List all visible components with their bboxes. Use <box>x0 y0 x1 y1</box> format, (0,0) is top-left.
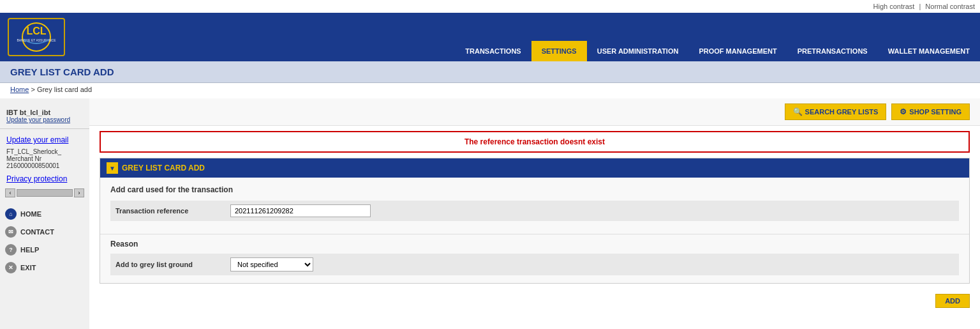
sidebar-privacy[interactable]: Privacy protection <box>6 174 67 183</box>
home-icon: ⌂ <box>5 208 17 220</box>
transaction-reference-label: Transaction reference <box>115 207 230 215</box>
sidebar-scroll: ‹ › <box>5 188 84 197</box>
merchant-nr-label: Merchant Nr <box>6 155 83 162</box>
exit-icon: ✕ <box>5 262 17 273</box>
breadcrumb-current: Grey list card add <box>37 86 92 93</box>
normal-contrast-link[interactable]: Normal contrast <box>925 3 975 10</box>
breadcrumb-home[interactable]: Home <box>10 86 29 93</box>
tab-transactions[interactable]: TRANSACTIONS <box>455 41 531 61</box>
contact-icon: ✉ <box>5 226 17 238</box>
tab-settings[interactable]: SETTINGS <box>531 41 587 61</box>
form-body: Add card used for the transaction Transa… <box>100 178 969 234</box>
high-contrast-link[interactable]: High contrast <box>873 3 915 10</box>
shop-setting-label: SHOP SETTING <box>909 108 961 116</box>
form-section: ▼ GREY LIST CARD ADD Add card used for t… <box>100 158 970 284</box>
help-icon: ? <box>5 244 17 256</box>
svg-text:LCL: LCL <box>26 26 46 36</box>
sidebar-username: IBT bt_lcl_ibt <box>6 109 83 116</box>
page-title-bar: GREY LIST CARD ADD <box>0 61 980 83</box>
page-title: GREY LIST CARD ADD <box>10 66 970 77</box>
merchant-label: FT_LCL_Sherlock_ <box>6 148 83 155</box>
header: LCL BANQUE ET ASSURANCE TRANSACTIONS SET… <box>0 13 980 61</box>
tab-proof-management[interactable]: PROOF MANAGEMENT <box>688 41 787 61</box>
action-bar: 🔍 SEARCH GREY LISTS ⚙ SHOP SETTING <box>89 98 980 126</box>
add-to-grey-list-label: Add to grey list ground <box>115 261 230 268</box>
merchant-nr: 216000000850001 <box>6 162 83 169</box>
breadcrumb-separator: > <box>31 86 36 93</box>
sidebar-nav: ⌂ HOME ✉ CONTACT ? HELP ✕ EXIT <box>0 205 89 277</box>
logo-box: LCL BANQUE ET ASSURANCE <box>8 18 65 56</box>
separator: | <box>919 3 921 10</box>
add-to-grey-list-select[interactable]: Not specified Fraud Chargeback Other <box>230 257 313 272</box>
filter-icon: ▼ <box>107 162 118 174</box>
reason-title: Reason <box>110 240 959 249</box>
tab-wallet-management[interactable]: WALLET MANAGEMENT <box>878 41 980 61</box>
sidebar-contact-label: CONTACT <box>20 228 54 236</box>
sidebar-item-contact[interactable]: ✉ CONTACT <box>0 223 89 241</box>
main-content: 🔍 SEARCH GREY LISTS ⚙ SHOP SETTING The r… <box>89 98 980 329</box>
shop-setting-button[interactable]: ⚙ SHOP SETTING <box>891 103 970 120</box>
section-header: ▼ GREY LIST CARD ADD <box>100 158 969 178</box>
search-grey-lists-icon: 🔍 <box>793 107 803 116</box>
error-message: The reference transaction doesnt exist <box>464 137 605 146</box>
search-grey-lists-label: SEARCH GREY LISTS <box>805 108 879 116</box>
sidebar-item-home[interactable]: ⌂ HOME <box>0 205 89 223</box>
nav-tabs: TRANSACTIONS SETTINGS USER ADMINISTRATIO… <box>89 13 980 61</box>
sidebar-help-label: HELP <box>20 246 39 254</box>
sidebar-update-email[interactable]: Update your email <box>6 135 68 144</box>
sidebar: IBT bt_lcl_ibt Update your password Upda… <box>0 98 89 329</box>
reason-section: Reason Add to grey list ground Not speci… <box>100 234 969 283</box>
error-box: The reference transaction doesnt exist <box>100 131 970 153</box>
form-subtitle: Add card used for the transaction <box>110 185 959 194</box>
lcl-logo: LCL BANQUE ET ASSURANCE <box>11 20 62 54</box>
sidebar-home-label: HOME <box>20 210 41 218</box>
sidebar-item-exit[interactable]: ✕ EXIT <box>0 259 89 277</box>
add-button[interactable]: ADD <box>935 294 970 308</box>
section-header-title: GREY LIST CARD ADD <box>122 164 205 172</box>
sidebar-exit-label: EXIT <box>20 264 36 272</box>
breadcrumb: Home > Grey list card add <box>0 83 980 98</box>
sidebar-update-password[interactable]: Update your password <box>6 116 83 123</box>
transaction-reference-row: Transaction reference <box>110 201 959 221</box>
logo-area: LCL BANQUE ET ASSURANCE <box>0 13 89 61</box>
add-btn-area: ADD <box>89 289 980 313</box>
shop-setting-icon: ⚙ <box>900 107 907 116</box>
content-wrapper: IBT bt_lcl_ibt Update your password Upda… <box>0 98 980 329</box>
transaction-reference-input[interactable] <box>230 204 371 217</box>
scroll-right-btn[interactable]: › <box>74 188 84 197</box>
svg-text:BANQUE ET ASSURANCE: BANQUE ET ASSURANCE <box>17 38 56 42</box>
scroll-left-btn[interactable]: ‹ <box>5 188 15 197</box>
sidebar-item-help[interactable]: ? HELP <box>0 241 89 259</box>
sidebar-user: IBT bt_lcl_ibt Update your password <box>0 103 89 129</box>
top-bar: High contrast | Normal contrast <box>0 0 980 13</box>
search-grey-lists-button[interactable]: 🔍 SEARCH GREY LISTS <box>785 103 887 120</box>
tab-pretransactions[interactable]: PRETRANSACTIONS <box>787 41 878 61</box>
lcl-logo-svg: LCL BANQUE ET ASSURANCE <box>11 20 62 54</box>
add-to-grey-list-row: Add to grey list ground Not specified Fr… <box>110 254 959 275</box>
tab-user-administration[interactable]: USER ADMINISTRATION <box>587 41 689 61</box>
sidebar-merchant: FT_LCL_Sherlock_ Merchant Nr 21600000085… <box>0 146 89 172</box>
